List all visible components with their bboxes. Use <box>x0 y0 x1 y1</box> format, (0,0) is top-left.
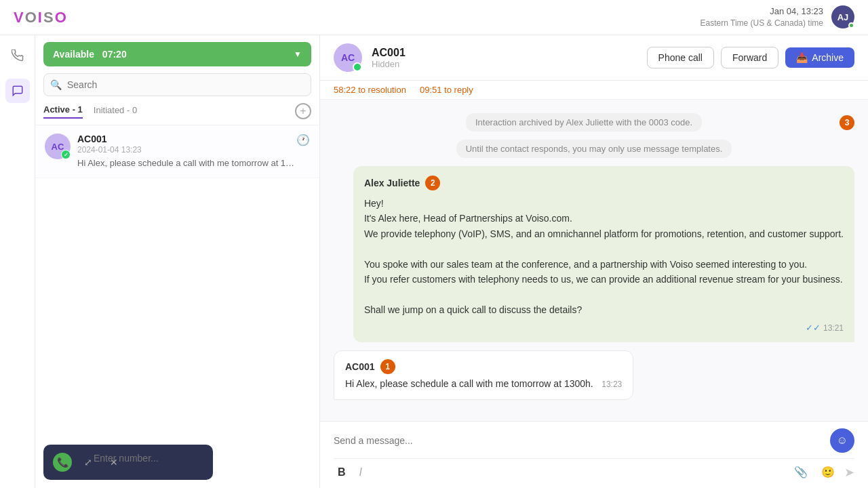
chat-panel: AC AC001 Hidden Phone call Forward 📥 Arc… <box>320 35 868 488</box>
compose-tool-right: 📎 🙂 ➤ <box>790 463 854 481</box>
bold-button[interactable]: B <box>334 464 350 481</box>
compose-input[interactable] <box>334 435 823 446</box>
emoji-icon: ☺ <box>837 434 848 447</box>
timers-bar: 58:22 to resolution 09:51 to reply <box>320 81 868 100</box>
avatar: AC ✓ <box>45 134 71 159</box>
compose-area: ☺ B I 📎 🙂 ➤ <box>320 421 868 488</box>
sidebar-icon-phone[interactable] <box>5 43 30 68</box>
outgoing-bubble: Alex Juliette 2 Hey! It's Alex here, Hea… <box>353 166 854 342</box>
list-item[interactable]: AC ✓ AC001 2024-01-04 13:23 Hi Alex, ple… <box>35 125 319 178</box>
compose-emoji-button[interactable]: ☺ <box>830 428 854 453</box>
whatsapp-icon <box>353 62 362 72</box>
sidebar-icon-chat[interactable] <box>5 79 30 103</box>
conv-meta: 🕐 <box>296 134 310 146</box>
compose-input-row: ☺ <box>334 428 854 453</box>
incoming-bubble: AC001 1 Hi Alex, please schedule a call … <box>334 350 633 400</box>
search-box: 🔍 <box>43 73 311 96</box>
bubble-out-text: Hey! It's Alex here, Head of Partnership… <box>364 196 844 317</box>
chat-header-actions: Phone call Forward 📥 Archive <box>647 47 854 68</box>
archive-icon: 📥 <box>796 52 808 63</box>
tab-add-button[interactable]: + <box>295 103 311 119</box>
online-indicator <box>848 22 854 28</box>
status-bar[interactable]: Available 07:20 ▼ <box>43 42 311 66</box>
phone-call-button[interactable]: Phone call <box>647 47 714 68</box>
dialer-call-button[interactable]: 📞 <box>53 453 72 472</box>
reply-timer: 09:51 to reply <box>420 85 473 95</box>
conversation-list: AC ✓ AC001 2024-01-04 13:23 Hi Alex, ple… <box>35 125 319 439</box>
tab-initiated[interactable]: Initiated - 0 <box>94 105 137 118</box>
whatsapp-badge: ✓ <box>61 150 71 159</box>
left-panel: Available 07:20 ▼ 🔍 Active - 1 Initiated… <box>35 35 320 488</box>
tabs-row: Active - 1 Initiated - 0 + <box>35 103 319 125</box>
chat-header: AC AC001 Hidden Phone call Forward 📥 Arc… <box>320 35 868 81</box>
chat-header-info: AC001 Hidden <box>372 47 637 69</box>
system-message-2: Until the contact responds, you may only… <box>456 140 732 158</box>
topbar-right: Jan 04, 13:23 Eastern Time (US & Canada)… <box>701 5 854 29</box>
status-chevron-icon: ▼ <box>294 49 302 59</box>
sidebar-icons <box>0 35 35 488</box>
bubble-in-text: Hi Alex, please schedule a call with me … <box>345 377 622 391</box>
dialer-input[interactable] <box>84 445 254 472</box>
compose-toolbar: B I 📎 🙂 ➤ <box>334 458 854 481</box>
search-input[interactable] <box>43 73 311 96</box>
forward-button[interactable]: Forward <box>721 47 778 68</box>
main-layout: Available 07:20 ▼ 🔍 Active - 1 Initiated… <box>0 35 868 488</box>
tab-active[interactable]: Active - 1 <box>43 104 83 119</box>
resolution-timer: 58:22 to resolution <box>334 85 406 95</box>
send-button[interactable]: ➤ <box>844 463 854 481</box>
italic-button[interactable]: I <box>355 464 366 481</box>
logo: VOISO <box>14 9 68 26</box>
chat-messages: Interaction archived by Alex Juliette wi… <box>320 100 868 421</box>
status-label: Available 07:20 <box>53 49 127 60</box>
contact-avatar: AC <box>334 43 362 72</box>
archive-button[interactable]: 📥 Archive <box>785 47 854 68</box>
system-message-1: Interaction archived by Alex Juliette wi… <box>334 113 854 131</box>
sticker-button[interactable]: 🙂 <box>817 463 839 481</box>
read-receipt-icon: ✓✓ <box>806 323 821 333</box>
avatar[interactable]: AJ <box>831 5 854 28</box>
topbar-time: Jan 04, 13:23 Eastern Time (US & Canada)… <box>701 5 823 29</box>
search-icon: 🔍 <box>50 79 62 90</box>
topbar: VOISO Jan 04, 13:23 Eastern Time (US & C… <box>0 0 868 35</box>
dialer-float: 📞 ⤢ ✕ <box>43 445 213 480</box>
conv-info: AC001 2024-01-04 13:23 Hi Alex, please s… <box>77 134 296 169</box>
attachment-button[interactable]: 📎 <box>790 463 812 481</box>
clock-icon: 🕐 <box>296 134 310 146</box>
